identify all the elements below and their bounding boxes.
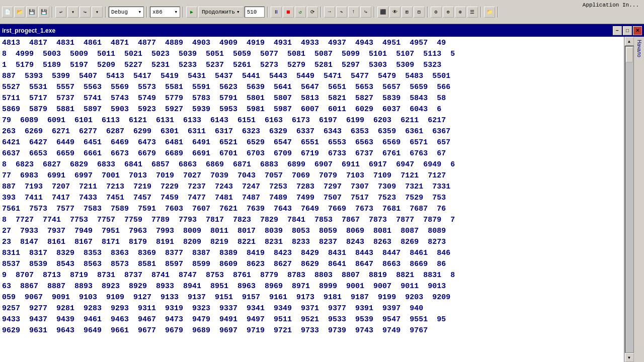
x86-combo[interactable]: x86 ▾ xyxy=(150,7,180,18)
sep7 xyxy=(374,7,375,18)
open-btn[interactable]: 📂 xyxy=(14,7,25,18)
window-title: irst_progect_1.exe xyxy=(2,27,55,34)
extra-btn3[interactable]: ⊗ xyxy=(455,7,466,18)
stop-btn[interactable]: ⏹ xyxy=(283,7,294,18)
scroll-up-btn[interactable]: ▲ xyxy=(625,37,634,46)
number-display: 4813 4817 4831 4861 4871 4877 4889 4903 … xyxy=(0,37,624,362)
redo-btn[interactable]: ↪ xyxy=(79,7,91,18)
extra-btn2[interactable]: ⊕ xyxy=(443,7,454,18)
step-combo[interactable]: 510 xyxy=(245,7,265,18)
right-panel: Начало xyxy=(634,37,644,362)
save-btn[interactable]: 💾 xyxy=(26,7,37,18)
sep6 xyxy=(320,7,321,18)
app-title-text: Application In... xyxy=(583,2,639,8)
watch-btn[interactable]: 👁 xyxy=(389,7,400,18)
scrollbar: ▲ ▼ xyxy=(624,37,634,362)
maximize-btn[interactable]: □ xyxy=(623,26,632,35)
step-label: 510 xyxy=(247,9,257,15)
close-btn[interactable]: ✕ xyxy=(633,26,642,35)
step-into-btn[interactable]: → xyxy=(324,7,335,18)
app-title: Application In... xyxy=(583,2,639,8)
breakpoints-btn[interactable]: ⬛ xyxy=(377,7,388,18)
run-to-cursor-btn[interactable]: ⤷ xyxy=(360,7,371,18)
folder-btn[interactable]: 📁 xyxy=(484,7,495,18)
debug-combo[interactable]: Debug ▾ xyxy=(109,7,144,18)
sep8 xyxy=(427,7,428,18)
sep2 xyxy=(105,7,106,18)
undo-btn[interactable]: ↩ xyxy=(55,7,66,18)
content-area: 4813 4817 4831 4861 4871 4877 4889 4903 … xyxy=(0,37,644,362)
sep9 xyxy=(480,7,481,18)
continue-dropdown[interactable]: Продолжить ▾ xyxy=(198,7,244,18)
main-content: 4813 4817 4831 4861 4871 4877 4889 4903 … xyxy=(0,37,624,362)
sep3 xyxy=(146,7,147,18)
extra-btn4[interactable]: ☰ xyxy=(467,7,478,18)
minimize-btn[interactable]: − xyxy=(613,26,622,35)
rerun-btn[interactable]: ⟳ xyxy=(307,7,318,18)
debug-label: Debug xyxy=(111,9,128,15)
x86-label: x86 xyxy=(152,9,163,15)
play-btn[interactable]: ▶ xyxy=(186,7,197,18)
window-titlebar: irst_progect_1.exe − □ ✕ xyxy=(0,24,644,37)
continue-label: Продолжить xyxy=(202,9,235,15)
toolbar: 📄 📂 💾 💾 ↩ ▾ ↪ ▾ Debug ▾ x86 ▾ ▶ Продолжи… xyxy=(0,0,644,24)
sep4 xyxy=(183,7,184,18)
step-over-btn[interactable]: ↷ xyxy=(336,7,347,18)
extra-btn1[interactable]: ⚙ xyxy=(431,7,442,18)
save-all-btn[interactable]: 💾 xyxy=(38,7,49,18)
restart-btn[interactable]: ↺ xyxy=(295,7,306,18)
mem-btn[interactable]: ⊞ xyxy=(401,7,413,18)
redo-dropdown2[interactable]: ▾ xyxy=(92,7,103,18)
redo-dropdown[interactable]: ▾ xyxy=(67,7,78,18)
pause-btn[interactable]: ⏸ xyxy=(271,7,282,18)
disasm-btn[interactable]: ⊟ xyxy=(414,7,425,18)
sep10 xyxy=(498,7,499,18)
right-panel-label: Начало xyxy=(635,38,643,59)
sep1 xyxy=(52,7,53,18)
scrollbar-thumb[interactable] xyxy=(626,47,633,62)
scroll-down-btn[interactable]: ▼ xyxy=(625,353,634,362)
new-btn[interactable]: 📄 xyxy=(2,7,13,18)
window-controls: − □ ✕ xyxy=(613,26,642,35)
toolbar-left: 📄 📂 💾 💾 ↩ ▾ ↪ ▾ Debug ▾ x86 ▾ ▶ Продолжи… xyxy=(2,0,500,24)
sep5 xyxy=(267,7,268,18)
step-out-btn[interactable]: ↑ xyxy=(348,7,359,18)
scrollbar-track[interactable] xyxy=(625,46,634,353)
